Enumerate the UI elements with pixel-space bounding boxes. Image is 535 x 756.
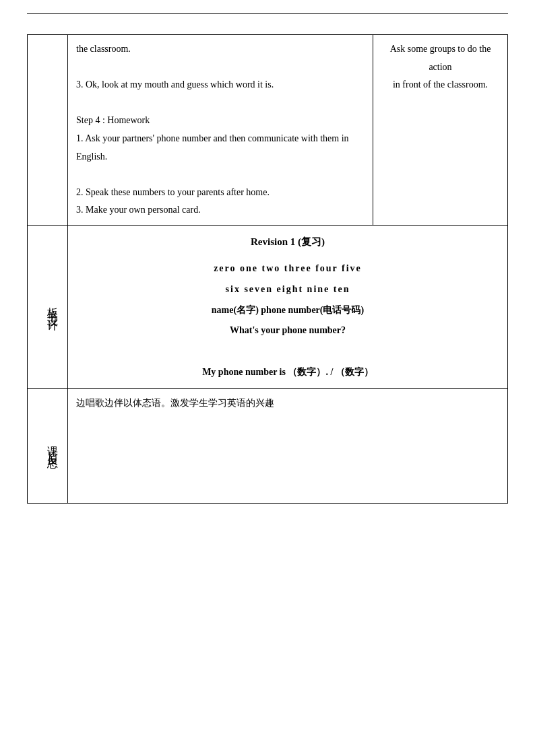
- reflection-row: 课后反思 边唱歌边伴以体态语。激发学生学习英语的兴趣: [28, 388, 508, 503]
- right-line2: in front of the classroom.: [381, 76, 499, 94]
- section1-left-content: the classroom. 3. Ok, look at my mouth a…: [68, 35, 373, 226]
- hw3-text: 3. Make your own personal card.: [76, 201, 365, 219]
- reflection-content: 边唱歌边伴以体态语。激发学生学习英语的兴趣: [68, 388, 508, 503]
- step4-heading: Step 4 : Homework: [76, 112, 365, 130]
- hw2-text: 2. Speak these numbers to your parents a…: [76, 184, 365, 202]
- board-question: What's your phone number?: [76, 320, 499, 341]
- board-answer: My phone number is （数字）. / （数字）: [76, 362, 499, 383]
- right-line1: Ask some groups to do the action: [381, 40, 499, 76]
- section1-right-content: Ask some groups to do the action in fron…: [373, 35, 508, 226]
- board-numbers-row1: zero one two three four five: [76, 259, 499, 279]
- page-top-line: [27, 13, 508, 14]
- board-content: Revision 1 (复习) zero one two three four …: [68, 225, 508, 388]
- reflection-label: 课后反思: [28, 388, 68, 503]
- section1-row: the classroom. 3. Ok, look at my mouth a…: [28, 35, 508, 226]
- board-label: 板书设计: [28, 225, 68, 388]
- reflection-text: 边唱歌边伴以体态语。激发学生学习英语的兴趣: [76, 394, 499, 413]
- hw1-text: 1. Ask your partners' phone number and t…: [76, 130, 365, 166]
- board-numbers-row2: six seven eight nine ten: [76, 279, 499, 300]
- section1-label: [28, 35, 68, 226]
- board-title: Revision 1 (复习): [76, 231, 499, 253]
- step3-text: 3. Ok, look at my mouth and guess which …: [76, 76, 365, 94]
- main-table: the classroom. 3. Ok, look at my mouth a…: [27, 34, 508, 504]
- classroom-text: the classroom.: [76, 40, 365, 59]
- board-vocab: name(名字) phone number(电话号码): [76, 300, 499, 321]
- board-row: 板书设计 Revision 1 (复习) zero one two three …: [28, 225, 508, 388]
